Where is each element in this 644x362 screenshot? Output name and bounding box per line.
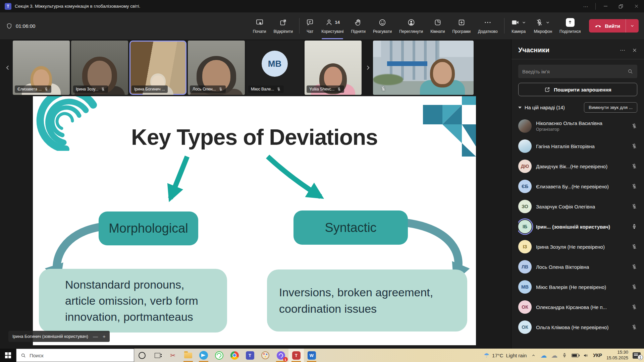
mic-muted-icon[interactable] xyxy=(631,264,637,270)
taskbar-weather-button[interactable]: ☂ 17°C Light rain xyxy=(484,352,527,359)
react-icon xyxy=(378,18,386,26)
participant-search-input[interactable] xyxy=(522,69,625,74)
volume-icon[interactable] xyxy=(583,353,589,358)
taskbar-paint-button[interactable] xyxy=(258,349,273,362)
leave-options-button[interactable] xyxy=(626,23,639,28)
restore-button[interactable] xyxy=(613,0,629,12)
react-button[interactable]: Реагувати xyxy=(369,12,395,39)
syntactic-label: Syntactic xyxy=(325,221,376,235)
taskbar-clock[interactable]: 15:30 15.05.2025 xyxy=(606,350,628,361)
participant-row[interactable]: ОК Олександра Кірсанова (Не п... xyxy=(518,297,637,317)
participant-row[interactable]: ЗО Захарчук Софія Олегівна xyxy=(518,196,637,217)
video-tile-3-active-speaker[interactable]: Ірина Богинич ... xyxy=(129,41,186,95)
taskbar-search[interactable] xyxy=(16,349,134,362)
taskbar-chrome-button[interactable] xyxy=(227,349,242,362)
participant-search[interactable] xyxy=(518,65,637,78)
taskbar-teams-button[interactable]: T xyxy=(242,349,258,362)
mic-chevron-icon[interactable] xyxy=(545,20,550,25)
chat-button[interactable]: Чат xyxy=(302,12,318,39)
presentation-slide: Key Types of Deviations Morphological Sy… xyxy=(33,96,476,345)
video-tile-4[interactable]: Лось Олен... xyxy=(188,41,245,95)
rooms-button[interactable]: Кімнати xyxy=(427,12,448,39)
mute-all-button[interactable]: Вимкнути звук для ... xyxy=(584,102,637,113)
mic-live-icon[interactable] xyxy=(631,224,637,230)
taskbar-file-explorer-button[interactable] xyxy=(180,349,196,362)
video-tile-5[interactable]: MB Міюс Вале... xyxy=(246,41,303,95)
taskbar-word-button[interactable]: W xyxy=(304,349,319,362)
participant-row[interactable]: ІЗ Ірина Зозуля (Не перевірено) xyxy=(518,237,637,257)
taskbar-teams-meeting-button[interactable]: T xyxy=(288,349,304,362)
presenter-name: Ірина Богинич (зовнішній користувач) xyxy=(12,334,88,339)
panel-close-button[interactable] xyxy=(632,48,637,53)
taskbar-snipping-tool-button[interactable]: ✂ xyxy=(165,349,180,362)
strip-scroll-right-button[interactable] xyxy=(363,41,373,95)
camera-chevron-icon[interactable] xyxy=(521,20,527,25)
mic-muted-icon[interactable] xyxy=(631,203,637,209)
mic-button[interactable]: Мікрофон xyxy=(530,12,556,39)
people-button[interactable]: 14 Користувачі xyxy=(318,12,347,39)
onedrive-icon[interactable]: ☁ xyxy=(540,352,547,359)
participant-row-active-speaker[interactable]: ІБ Ірин... (зовнішній користувач) xyxy=(518,217,637,237)
mic-muted-icon[interactable] xyxy=(631,123,637,129)
camera-button[interactable]: Камера xyxy=(507,12,530,39)
mic-muted-icon[interactable] xyxy=(631,163,637,169)
participant-row[interactable]: ЄБ Єлизавета Бу...(Не перевірено) xyxy=(518,176,637,196)
cloud-sync-icon[interactable]: ☁ xyxy=(551,352,557,359)
clock-date: 15.05.2025 xyxy=(606,355,628,361)
show-hidden-icons-button[interactable] xyxy=(531,353,536,358)
language-indicator[interactable]: УКР xyxy=(593,353,602,358)
taskbar-search-input[interactable] xyxy=(30,353,130,358)
tile-name: Ірина Богинич ... xyxy=(134,87,165,92)
unpin-button[interactable]: Відкріпити xyxy=(270,12,297,39)
strip-scroll-left-button[interactable] xyxy=(3,41,13,95)
window-more-button[interactable]: ··· xyxy=(578,0,593,12)
participant-row[interactable]: МВ Міюс Валерія (Не перевірено) xyxy=(518,277,637,297)
tray-mic-icon[interactable] xyxy=(562,353,567,358)
apps-button[interactable]: Програми xyxy=(448,12,474,39)
tile-name: Єлизавета ... xyxy=(17,87,42,92)
mic-muted-icon[interactable] xyxy=(631,143,637,149)
leave-button[interactable]: Вийти xyxy=(589,19,639,33)
more-button[interactable]: Додатково xyxy=(474,12,501,39)
section-collapse-icon[interactable] xyxy=(518,107,522,109)
video-tile-1[interactable]: Єлизавета ... xyxy=(13,41,70,95)
avatar: ІБ xyxy=(518,220,532,233)
taskbar-telegram-button[interactable] xyxy=(196,349,211,362)
mic-muted-icon[interactable] xyxy=(631,304,637,310)
battery-icon[interactable] xyxy=(572,354,579,357)
view-button[interactable]: Переглянути xyxy=(395,12,427,39)
taskbar-cortana-button[interactable] xyxy=(134,349,150,362)
video-strip: Єлизавета ... Ірина Зозу... Ірина Богини… xyxy=(0,39,511,96)
participant-row[interactable]: ОК Ольга Клімова (Не перевірено) xyxy=(518,317,637,337)
mic-muted-icon[interactable] xyxy=(631,183,637,189)
participant-row[interactable]: ЛВ Лось Олена Вікторівна xyxy=(518,257,637,277)
start-button[interactable] xyxy=(0,349,16,362)
participant-name: Ольга Клімова (Не перевірено) xyxy=(536,324,609,330)
panel-more-button[interactable]: ··· xyxy=(620,47,625,53)
zoom-out-button[interactable]: — xyxy=(93,334,98,339)
participant-row[interactable]: Гагіна Наталія Вікторівна xyxy=(518,136,637,156)
participant-row[interactable]: Ніколаєнко Ольга Василівна Організатор xyxy=(518,116,637,136)
taskbar-whatsapp-button[interactable] xyxy=(211,349,227,362)
share-tray-icon xyxy=(566,18,575,27)
rooms-icon xyxy=(434,18,442,26)
participant-row[interactable]: ДЮ Давидчук Вік...(Не перевірено) xyxy=(518,156,637,176)
close-button[interactable] xyxy=(629,0,644,12)
zoom-in-button[interactable]: + xyxy=(103,334,106,339)
taskbar-task-view-button[interactable] xyxy=(150,349,165,362)
video-tile-6[interactable]: Yuliia Shevc... xyxy=(305,41,362,95)
video-tile-large[interactable] xyxy=(373,41,474,95)
share-button[interactable]: Поділитися xyxy=(556,12,584,39)
restore-icon xyxy=(619,4,623,8)
meeting-timer: 01:06:00 xyxy=(16,23,35,29)
mic-muted-icon[interactable] xyxy=(631,324,637,330)
minimize-button[interactable] xyxy=(598,0,613,12)
action-center-button[interactable]: 1 xyxy=(633,352,641,359)
taskbar-viber-button[interactable]: 1 xyxy=(273,349,288,362)
start-presenting-button[interactable]: Почати xyxy=(249,12,270,39)
raise-hand-button[interactable]: Підняти xyxy=(347,12,369,39)
video-tile-2[interactable]: Ірина Зозу... xyxy=(71,41,128,95)
share-invite-button[interactable]: Поширити запрошення xyxy=(518,83,637,96)
mic-muted-icon[interactable] xyxy=(631,284,637,290)
mic-muted-icon[interactable] xyxy=(631,244,637,250)
